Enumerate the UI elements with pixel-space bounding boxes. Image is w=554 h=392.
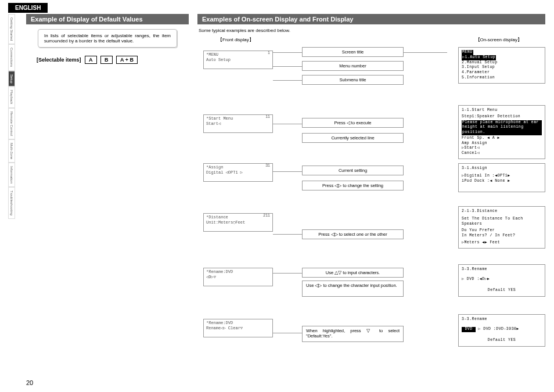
default-value-note: In lists of selectable items or adjustab… [38,29,177,48]
osd-assign: 3-1.Assign ▷Digital In :◀OPT1▶ iPod Dock… [458,163,545,192]
right-section-header: Examples of On-screen Display and Front … [197,14,545,24]
mid-submenu-title: Submenu title [302,75,404,85]
front-box-rename1: *Rename:DVD◁D▷▽ [203,268,273,286]
front-box-distance: 211 *DistanceUnit:Meters◯Feet [203,213,273,232]
osd-distance: 2-1-3.Distance Set The Distance To Each … [458,206,545,249]
front-box-start: 11 *Start MenuStart◁ [203,114,273,133]
mid-current-setting: Current setting [302,166,404,175]
side-navigation: Getting Started Connections Setup Playba… [8,14,19,275]
nav-setup[interactable]: Setup [8,71,15,87]
nav-getting-started[interactable]: Getting Started [8,14,15,44]
nav-connections[interactable]: Connections [8,44,15,70]
osd-menu: MENU ▷1.Auto Setup 2.Manual Setup 3.Inpu… [458,47,545,84]
page-content: Example of Display of Default Values In … [26,14,545,386]
front-box-assign: 31 *AssignDigital ◁OPT1 ▷ [203,163,273,182]
osd-start-menu: 1-1.Start Menu Step1:Speaker Detection P… [458,105,545,159]
mid-default-yes: When highlighted, press ▽ to select "Def… [302,326,404,342]
osd-rename-1: 3-3.Rename ▷ DVD :◀D▷▶ Default YES [458,264,545,297]
nav-troubleshooting[interactable]: Troubleshooting [8,187,15,219]
selectable-items-row: [Selectable items] A B A + B [37,56,178,64]
intro-text: Some typical examples are described belo… [199,28,545,33]
nav-playback[interactable]: Playback [8,87,15,107]
mid-screen-title: Screen title [302,47,404,57]
mid-press-execute: Press ◁ to execute [302,118,404,128]
mid-input-chars: Use △▽ to input characters. [302,268,404,278]
mid-selected-line: Currently selected line [302,133,404,143]
front-display-label: 【Front display】 [218,37,254,43]
nav-information[interactable]: Information [8,163,15,187]
nav-multizone[interactable]: Multi-Zone [8,139,15,163]
option-b: B [100,56,113,64]
left-section-header: Example of Display of Default Values [26,14,189,24]
osd-label: 【On-screen display】 [476,37,522,43]
option-a-plus-b: A + B [116,56,138,64]
mid-char-position: Use ◁▷ to change the character input pos… [302,280,404,297]
front-box-rename2: *Rename:DVDRename◁▷ Clear▽ [203,319,273,337]
selectable-label: [Selectable items] [37,57,81,63]
option-a: A [85,56,97,64]
mid-menu-number: Menu number [302,61,404,71]
page-number: 20 [26,379,33,386]
display-diagram: 【Front display】 【On-screen display】 1 *M… [197,37,545,373]
front-box-menu: 1 *MENUAuto Setup [203,51,273,69]
mid-select-either: Press ◁▷ to select one or the other [302,229,404,239]
language-tab: ENGLISH [8,3,48,13]
nav-remote[interactable]: Remote Control [8,108,15,139]
mid-change-setting: Press ◁▷ to change the setting [302,181,404,190]
osd-rename-2: 3-3.Rename DVD ▷ DVD :DVD-3930▶ Default … [458,314,545,347]
